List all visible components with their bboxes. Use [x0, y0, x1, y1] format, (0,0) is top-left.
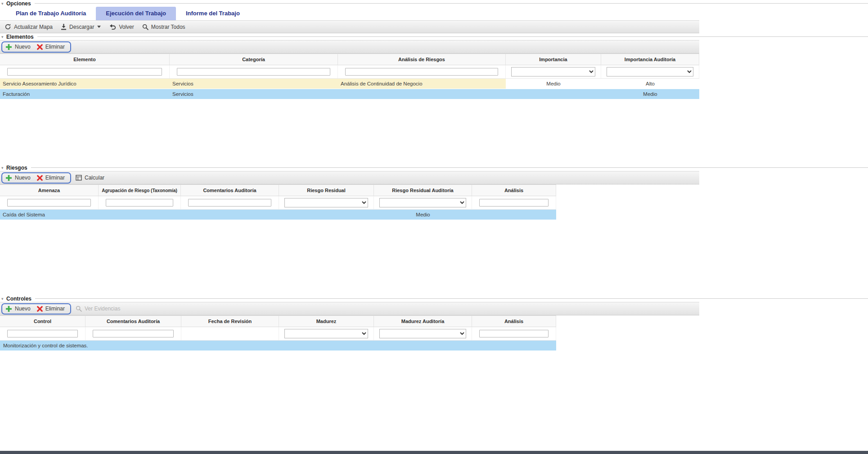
filter-amenaza-input[interactable] — [7, 199, 91, 207]
tab-bar: Plan de Trabajo Auditoría Ejecución del … — [0, 7, 868, 20]
filter-importancia-auditoria-select[interactable] — [607, 67, 693, 76]
col-madurez[interactable]: Madurez — [279, 316, 374, 327]
collapse-elementos-icon[interactable]: ▾ — [1, 35, 6, 39]
filter-comentarios-auditoria-input[interactable] — [188, 199, 271, 207]
legend-divider — [35, 3, 868, 4]
col-categoria[interactable]: Categoría — [170, 54, 338, 65]
tab-ejecucion-del-trabajo[interactable]: Ejecución del Trabajo — [96, 7, 176, 20]
col-riesgo-residual-auditoria[interactable]: Riesgo Residual Auditoría — [374, 185, 472, 196]
filter-control-input[interactable] — [7, 330, 78, 337]
table-row[interactable]: Facturación Servicios Medio — [0, 89, 699, 99]
legend-divider — [31, 167, 868, 168]
filter-madurez-auditoria-select[interactable] — [379, 329, 466, 338]
filter-analisis-riesgos-input[interactable] — [345, 68, 498, 76]
collapse-riesgos-icon[interactable]: ▾ — [1, 166, 6, 170]
table-row[interactable]: Caída del Sistema Medio — [0, 210, 556, 220]
cell-analisis — [472, 210, 556, 220]
filter-comentarios-auditoria-input[interactable] — [93, 330, 174, 337]
filter-cell — [374, 196, 472, 209]
cell-categoria: Servicios — [170, 89, 338, 99]
controles-filter-row — [0, 327, 556, 341]
legend-divider — [35, 298, 868, 299]
controles-eliminar-button[interactable]: Eliminar — [37, 306, 65, 312]
tab-plan-de-trabajo-auditoria[interactable]: Plan de Trabajo Auditoría — [6, 7, 96, 20]
riesgos-nuevo-button[interactable]: Nuevo — [5, 175, 31, 181]
elementos-eliminar-button[interactable]: Eliminar — [37, 44, 65, 50]
filter-cell — [0, 196, 99, 209]
riesgos-legend-label: Riesgos — [6, 165, 27, 171]
search-icon — [76, 306, 82, 312]
filter-cell — [279, 327, 374, 340]
delete-x-icon — [37, 44, 43, 50]
elementos-legend-label: Elementos — [6, 34, 34, 40]
mostrar-todos-button[interactable]: Mostrar Todos — [142, 24, 185, 30]
elementos-table: Elemento Categoría Análisis de Riesgos I… — [0, 54, 699, 99]
filter-categoria-input[interactable] — [177, 68, 330, 76]
filter-agrupacion-riesgo-input[interactable] — [106, 199, 173, 207]
cell-agrupacion-riesgo — [99, 210, 181, 220]
filter-cell — [181, 196, 279, 209]
filter-riesgo-residual-select[interactable] — [284, 198, 368, 207]
eliminar-label: Eliminar — [45, 306, 65, 312]
collapse-opciones-icon[interactable]: ▾ — [1, 1, 6, 6]
riesgos-eliminar-button[interactable]: Eliminar — [37, 175, 65, 181]
filter-cell — [472, 327, 556, 340]
col-control[interactable]: Control — [0, 316, 85, 327]
filter-riesgo-residual-auditoria-select[interactable] — [379, 198, 466, 207]
opciones-legend-label: Opciones — [6, 0, 31, 7]
filter-analisis-input[interactable] — [479, 199, 549, 207]
riesgos-section-header: ▾ Riesgos — [0, 164, 868, 171]
col-importancia-auditoria[interactable]: Importancia Auditoría — [601, 54, 699, 65]
controles-toolbar: Nuevo Eliminar Ver Evidencias — [0, 302, 699, 315]
controles-crud-group: Nuevo Eliminar — [1, 303, 71, 315]
col-comentarios-auditoria[interactable]: Comentarios Auditoría — [85, 316, 181, 327]
cell-analisis-de-riesgos: Análisis de Continuidad de Negocio — [338, 79, 506, 89]
plus-icon — [5, 175, 12, 181]
volver-button[interactable]: Volver — [109, 24, 134, 30]
filter-cell — [374, 327, 472, 340]
filter-cell — [472, 196, 556, 209]
controles-table: Control Comentarios Auditoría Fecha de R… — [0, 315, 556, 351]
col-agrupacion-riesgo[interactable]: Agrupación de Riesgo (Taxonomía) — [99, 185, 181, 196]
col-comentarios-auditoria[interactable]: Comentarios Auditoría — [181, 185, 279, 196]
eliminar-label: Eliminar — [45, 175, 65, 181]
filter-madurez-select[interactable] — [284, 329, 368, 338]
filter-cell — [338, 65, 506, 78]
ver-evidencias-button[interactable]: Ver Evidencias — [76, 306, 120, 312]
nuevo-label: Nuevo — [15, 175, 31, 181]
col-analisis[interactable]: Análisis — [472, 185, 556, 196]
actualizar-mapa-button[interactable]: Actualizar Mapa — [4, 23, 53, 30]
calcular-label: Calcular — [85, 175, 104, 181]
filter-cell — [170, 65, 338, 78]
col-analisis-de-riesgos[interactable]: Análisis de Riesgos — [338, 54, 506, 65]
cell-amenaza: Caída del Sistema — [0, 210, 99, 220]
col-importancia[interactable]: Importancia — [506, 54, 601, 65]
elementos-nuevo-button[interactable]: Nuevo — [5, 44, 31, 50]
controles-header-row: Control Comentarios Auditoría Fecha de R… — [0, 315, 556, 327]
filter-elemento-input[interactable] — [7, 68, 162, 76]
table-row[interactable]: Servicio Asesoramiento Jurídico Servicio… — [0, 79, 699, 89]
calcular-button[interactable]: Calcular — [76, 175, 104, 181]
col-madurez-auditoria[interactable]: Madurez Auditoría — [374, 316, 472, 327]
cell-control: Monitorización y control de sistemas. — [3, 343, 88, 348]
col-riesgo-residual[interactable]: Riesgo Residual — [279, 185, 374, 196]
col-amenaza[interactable]: Amenaza — [0, 185, 99, 196]
controles-nuevo-button[interactable]: Nuevo — [5, 306, 31, 312]
audit-app-root: ▾ Opciones Plan de Trabajo Auditoría Eje… — [0, 0, 868, 454]
table-row[interactable]: Monitorización y control de sistemas. — [0, 341, 556, 351]
filter-importancia-select[interactable] — [511, 67, 595, 76]
cell-categoria: Servicios — [170, 79, 338, 89]
filter-analisis-input[interactable] — [479, 330, 549, 337]
filter-cell — [506, 65, 601, 78]
cell-riesgo-residual-auditoria: Medio — [374, 210, 472, 220]
col-elemento[interactable]: Elemento — [0, 54, 170, 65]
descargar-button[interactable]: Descargar — [61, 23, 101, 30]
collapse-controles-icon[interactable]: ▾ — [1, 297, 6, 301]
nuevo-label: Nuevo — [15, 306, 31, 312]
controles-section-header: ▾ Controles — [0, 295, 868, 302]
download-icon — [61, 23, 67, 30]
col-fecha-revision[interactable]: Fecha de Revisión — [181, 316, 279, 327]
tab-informe-del-trabajo[interactable]: Informe del Trabajo — [176, 7, 250, 20]
cell-analisis-de-riesgos — [338, 89, 506, 99]
col-analisis[interactable]: Análisis — [472, 316, 556, 327]
